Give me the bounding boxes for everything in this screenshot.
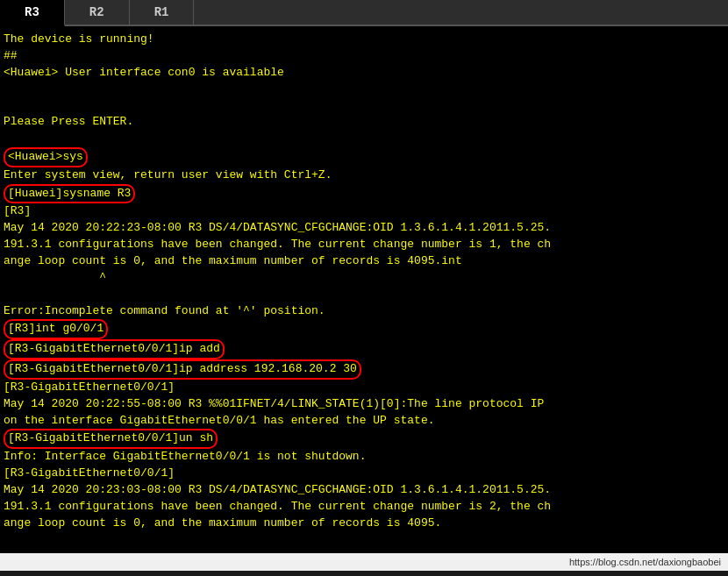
line-press-enter: Please Press ENTER. [4,114,723,131]
line-may14-1a: May 14 2020 20:22:23-08:00 R3 DS/4/DATAS… [4,220,723,237]
footer-url: https://blog.csdn.net/daxiongbaobei [569,557,721,567]
line-enter-system: Enter system view, return user view with… [4,167,723,184]
outlined-un-sh: [R3-GigabitEthernet0/0/1]un sh [4,429,218,449]
terminal: The device is running! ## <Huawei> User … [0,26,728,553]
line-blank1 [4,82,723,98]
line-r3: [R3] [4,203,723,220]
tab-r3[interactable]: R3 [0,0,65,26]
line-may14-2a: May 14 2020 20:22:55-08:00 R3 %%01IFNET/… [4,396,723,413]
tab-r1[interactable]: R1 [130,0,195,25]
line-hash: ## [4,48,723,65]
tab-bar: R3 R2 R1 [0,0,728,26]
line-may14-3c: ange loop count is 0, and the maximum nu… [4,516,723,532]
line-gig-ip-address: [R3-GigabitEthernet0/0/1]ip address 192.… [4,359,723,380]
footer-bar: https://blog.csdn.net/daxiongbaobei [0,553,728,571]
outlined-gig-ip-address: [R3-GigabitEthernet0/0/1]ip address 192.… [4,359,361,380]
line-error: Error:Incomplete command found at '^' po… [4,303,723,320]
line-blank2 [4,97,723,114]
line-may14-3a: May 14 2020 20:23:03-08:00 R3 DS/4/DATAS… [4,482,723,499]
line-gig-prompt2: [R3-GigabitEthernet0/0/1] [4,466,723,482]
line-blank3 [4,131,723,147]
line-user-interface: <Huawei> User interface con0 is availabl… [4,65,723,82]
outlined-int-g001: [R3]int g0/0/1 [4,319,108,339]
outlined-sysname: [Huawei]sysname R3 [4,184,135,204]
line-device-running: The device is running! [4,32,723,48]
line-gig-prompt1: [R3-GigabitEthernet0/0/1] [4,380,723,396]
line-gig-ip-add: [R3-GigabitEthernet0/0/1]ip add [4,339,723,359]
line-int-g001: [R3]int g0/0/1 [4,319,723,339]
line-caret: ^ [4,270,723,287]
line-un-sh: [R3-GigabitEthernet0/0/1]un sh [4,429,723,449]
line-sysname-r3: [Huawei]sysname R3 [4,184,723,204]
outlined-huawei-sys: <Huawei>sys [4,147,88,167]
tab-r2[interactable]: R2 [65,0,130,25]
line-may14-2b: on the interface GigabitEthernet0/0/1 ha… [4,413,723,430]
line-may14-1c: ange loop count is 0, and the maximum nu… [4,253,723,270]
line-huawei-sys: <Huawei>sys [4,147,723,167]
line-may14-1b: 191.3.1 configurations have been changed… [4,237,723,253]
line-info-not-shutdown: Info: Interface GigabitEthernet0/0/1 is … [4,449,723,466]
line-may14-3b: 191.3.1 configurations have been changed… [4,499,723,516]
outlined-gig-ip-add: [R3-GigabitEthernet0/0/1]ip add [4,339,225,359]
line-blank4 [4,287,723,303]
